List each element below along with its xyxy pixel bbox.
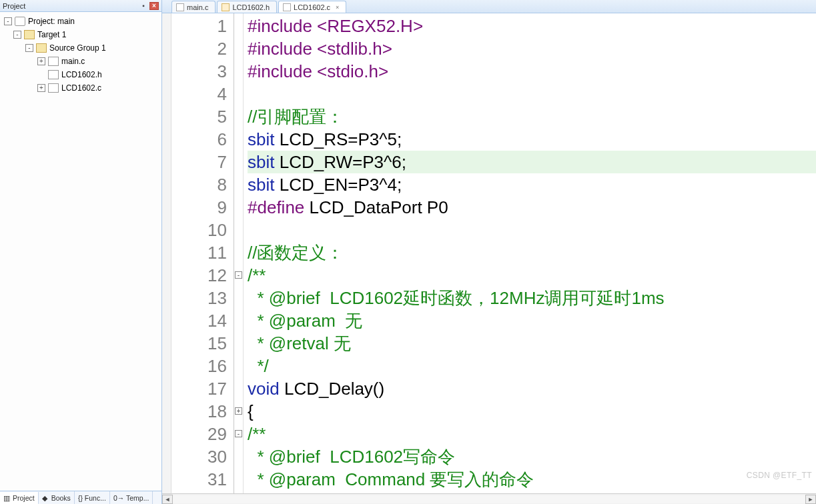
pin-icon[interactable]: ▪ <box>139 2 148 10</box>
code-line[interactable] <box>248 83 816 105</box>
code-line[interactable]: * @retval 无 <box>248 332 816 355</box>
cfile-icon <box>48 83 59 93</box>
code-content[interactable]: #include <REGX52.H>#include <stdlib.h>#i… <box>244 13 816 493</box>
line-number: 30 <box>171 445 227 468</box>
tree-file-label: main.c <box>61 57 85 66</box>
code-line[interactable] <box>248 219 816 241</box>
line-number: 11 <box>171 241 227 264</box>
line-number: 32 <box>171 491 227 493</box>
expand-icon[interactable]: - <box>25 44 33 52</box>
panel-tab-project[interactable]: ▥ Project <box>0 492 39 504</box>
scroll-left-icon[interactable]: ◄ <box>162 495 173 504</box>
code-line[interactable]: //引脚配置： <box>248 105 816 128</box>
line-number: 8 <box>171 173 227 196</box>
code-line[interactable]: /** <box>248 264 816 287</box>
line-number: 1 <box>171 15 227 37</box>
line-number: 14 <box>171 309 227 332</box>
breakpoint-margin[interactable] <box>162 13 171 493</box>
line-number: 15 <box>171 332 227 355</box>
project-tree[interactable]: - Project: main - Target 1 - Source Grou… <box>0 12 161 491</box>
scroll-track[interactable] <box>173 495 805 503</box>
code-line[interactable]: * @brief LCD1602写命令 <box>248 445 816 468</box>
panel-bottom-tabs: ▥ Project ◆ Books {} Func... 0→ Temp... <box>0 491 161 504</box>
expand-icon[interactable]: - <box>4 17 12 25</box>
panel-tab-books[interactable]: ◆ Books <box>39 491 75 504</box>
line-number: 5 <box>171 105 227 128</box>
tree-target[interactable]: - Target 1 <box>1 28 160 41</box>
line-number: 13 <box>171 287 227 309</box>
fold-toggle-icon[interactable]: + <box>235 407 242 415</box>
expand-icon[interactable]: - <box>13 31 21 39</box>
expand-icon[interactable]: + <box>37 84 45 92</box>
tree-group-label: Source Group 1 <box>49 43 106 53</box>
code-line[interactable]: sbit LCD_RS=P3^5; <box>248 128 816 151</box>
code-line[interactable]: #include <REGX52.H> <box>248 15 816 37</box>
cfile-icon <box>283 3 291 11</box>
code-line[interactable]: * @param Command 要写入的命令 <box>248 468 816 491</box>
code-line[interactable]: sbit LCD_EN=P3^4; <box>248 173 816 196</box>
tab-close-icon[interactable]: × <box>336 4 339 11</box>
cfile-icon <box>48 57 59 66</box>
line-number-gutter: 12345678910111213141516171829303132 <box>171 13 234 493</box>
fold-toggle-icon[interactable]: - <box>235 271 242 279</box>
line-number: 6 <box>171 128 227 151</box>
code-line[interactable]: //函数定义： <box>248 241 816 264</box>
folder-icon <box>36 43 47 53</box>
editor-tab-main-c[interactable]: main.c <box>171 1 216 13</box>
scroll-right-icon[interactable]: ► <box>805 495 816 504</box>
line-number: 7 <box>171 151 227 173</box>
editor-area: main.c LCD1602.h LCD1602.c × 12345678910… <box>162 0 816 504</box>
project-panel-titlebar: Project ▪ × <box>0 0 161 12</box>
tree-file[interactable]: LCD1602.h <box>1 68 160 81</box>
line-number: 29 <box>171 423 227 445</box>
folder-icon <box>24 30 35 39</box>
tree-root[interactable]: - Project: main <box>1 15 160 28</box>
project-icon <box>15 17 25 26</box>
code-editor[interactable]: 12345678910111213141516171829303132 -+- … <box>162 13 816 493</box>
editor-tab-lcd1602-h[interactable]: LCD1602.h <box>217 1 277 13</box>
code-line[interactable]: * @param 无 <box>248 309 816 332</box>
books-icon: ◆ <box>42 494 49 501</box>
tree-file-label: LCD1602.h <box>61 70 102 79</box>
code-line[interactable]: #include <stdio.h> <box>248 60 816 83</box>
tree-group[interactable]: - Source Group 1 <box>1 41 160 55</box>
expand-icon[interactable]: + <box>37 57 45 65</box>
line-number: 18 <box>171 400 227 423</box>
line-number: 12 <box>171 264 227 287</box>
line-number: 2 <box>171 37 227 60</box>
project-panel-title: Project <box>3 2 25 10</box>
cfile-icon <box>176 3 184 11</box>
line-number: 17 <box>171 377 227 400</box>
line-number: 31 <box>171 468 227 491</box>
panel-tab-functions[interactable]: {} Func... <box>75 491 110 504</box>
code-line[interactable]: sbit LCD_RW=P3^6; <box>248 151 816 173</box>
code-line[interactable]: #include <stdlib.h> <box>248 37 816 60</box>
tree-file[interactable]: + LCD1602.c <box>1 81 160 95</box>
horizontal-scrollbar[interactable]: ◄ ► <box>162 493 816 504</box>
code-line[interactable]: */ <box>248 355 816 377</box>
hfile-icon <box>48 70 59 79</box>
code-line[interactable]: /** <box>248 423 816 445</box>
code-line[interactable]: void LCD_Delay() <box>248 377 816 400</box>
line-number: 10 <box>171 219 227 241</box>
line-number: 4 <box>171 83 227 105</box>
code-line[interactable]: { <box>248 400 816 423</box>
editor-tabs: main.c LCD1602.h LCD1602.c × <box>162 0 816 13</box>
line-number: 3 <box>171 60 227 83</box>
tree-file[interactable]: + main.c <box>1 55 160 68</box>
close-icon[interactable]: × <box>149 2 159 10</box>
tree-root-label: Project: main <box>28 17 75 26</box>
project-tab-icon: ▥ <box>3 494 11 501</box>
project-panel: Project ▪ × - Project: main - Target 1 -… <box>0 0 162 504</box>
tree-target-label: Target 1 <box>37 30 66 39</box>
code-line[interactable]: * @retval 无 <box>248 491 816 493</box>
fold-toggle-icon[interactable]: - <box>235 430 242 437</box>
code-line[interactable]: #define LCD_DataPort P0 <box>248 196 816 219</box>
line-number: 16 <box>171 355 227 377</box>
editor-tab-lcd1602-c[interactable]: LCD1602.c × <box>278 1 346 13</box>
tree-file-label: LCD1602.c <box>61 83 101 93</box>
hfile-icon <box>222 3 230 11</box>
code-line[interactable]: * @brief LCD1602延时函数，12MHz调用可延时1ms <box>248 287 816 309</box>
fold-margin[interactable]: -+- <box>234 13 244 493</box>
panel-tab-templates[interactable]: 0→ Temp... <box>110 491 153 504</box>
